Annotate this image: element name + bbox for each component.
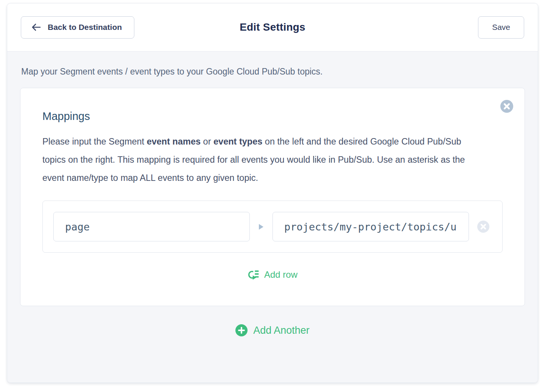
add-row-button[interactable]: Add row — [248, 269, 297, 280]
remove-mappings-setting-button[interactable] — [500, 100, 513, 113]
intro-text: Map your Segment events / event types to… — [21, 51, 525, 77]
add-row-container: Add row — [42, 269, 503, 282]
back-button-label: Back to Destination — [48, 23, 122, 32]
arrow-right-icon — [258, 224, 264, 230]
back-to-destination-button[interactable]: Back to Destination — [21, 16, 134, 39]
plus-circle-icon — [235, 324, 248, 336]
event-name-input[interactable] — [53, 212, 250, 241]
close-circle-icon — [500, 100, 513, 113]
remove-row-button[interactable] — [477, 221, 489, 233]
edit-settings-window: Back to Destination Edit Settings Save M… — [7, 3, 538, 383]
settings-body: Map your Segment events / event types to… — [7, 51, 538, 383]
close-circle-icon — [477, 221, 489, 233]
description-text: Please input the Segment — [42, 137, 147, 146]
add-another-button[interactable]: Add Another — [235, 324, 310, 336]
add-row-label: Add row — [264, 269, 297, 280]
add-another-container: Add Another — [20, 324, 525, 338]
page-title: Edit Settings — [240, 21, 305, 33]
save-button[interactable]: Save — [478, 16, 524, 39]
arrow-left-icon — [31, 23, 41, 32]
add-row-icon — [248, 269, 259, 280]
description-bold-event-types: event types — [213, 137, 262, 146]
topic-input[interactable] — [272, 212, 469, 241]
mapping-row — [42, 201, 503, 253]
description-bold-event-names: event names — [147, 137, 201, 146]
mappings-card: Mappings Please input the Segment event … — [20, 88, 525, 306]
description-text: or — [201, 137, 213, 146]
header: Back to Destination Edit Settings Save — [7, 3, 538, 51]
mappings-heading: Mappings — [42, 110, 503, 123]
mappings-description: Please input the Segment event names or … — [42, 132, 485, 187]
add-another-label: Add Another — [253, 325, 310, 336]
